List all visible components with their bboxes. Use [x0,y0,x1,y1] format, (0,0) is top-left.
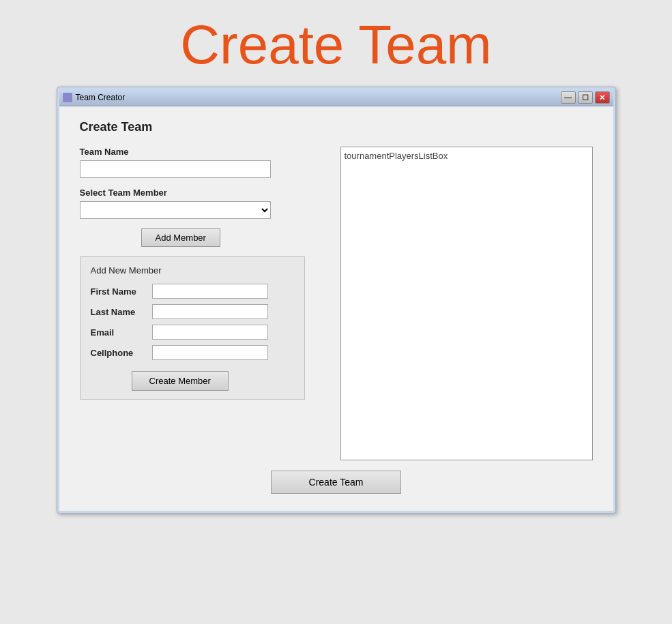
add-new-member-section: Add New Member First Name Last Name Emai… [80,256,305,400]
email-input[interactable] [152,325,268,340]
first-name-input[interactable] [152,284,268,299]
create-team-button[interactable]: Create Team [271,471,402,494]
page-title: Create Team [0,0,672,87]
select-member-label: Select Team Member [80,188,327,198]
maximize-button[interactable]: ☐ [578,91,593,104]
last-name-label: Last Name [91,307,152,317]
bottom-bar: Create Team [80,471,593,494]
first-name-row: First Name [91,284,294,299]
add-member-button[interactable]: Add Member [141,228,220,247]
create-member-button[interactable]: Create Member [132,371,229,391]
form-title: Create Team [80,120,593,134]
last-name-input[interactable] [152,304,268,319]
app-icon [63,93,72,102]
titlebar: Team Creator — ☐ ✕ [59,89,613,106]
close-button[interactable]: ✕ [595,91,610,104]
minimize-button[interactable]: — [561,91,576,104]
cellphone-input[interactable] [152,345,268,360]
team-name-label: Team Name [80,147,327,157]
first-name-label: First Name [91,286,152,297]
email-row: Email [91,325,294,340]
tournament-players-listbox[interactable]: tournamentPlayersListBox [340,147,593,460]
window-title: Team Creator [76,93,126,102]
team-name-input[interactable] [80,160,271,178]
select-member-group: Select Team Member [80,188,327,219]
left-panel: Team Name Select Team Member Add Member … [80,147,327,460]
last-name-row: Last Name [91,304,294,319]
main-content: Team Name Select Team Member Add Member … [80,147,593,460]
cellphone-label: Cellphone [91,348,152,358]
add-new-member-title: Add New Member [91,265,294,276]
window-body: Create Team Team Name Select Team Member… [59,106,613,511]
select-member-dropdown[interactable] [80,201,271,219]
right-panel: tournamentPlayersListBox [340,147,593,460]
cellphone-row: Cellphone [91,345,294,360]
titlebar-left: Team Creator [63,93,126,102]
application-window: Team Creator — ☐ ✕ Create Team Team Name… [57,87,616,514]
email-label: Email [91,327,152,338]
window-controls: — ☐ ✕ [561,91,610,104]
team-name-group: Team Name [80,147,327,178]
